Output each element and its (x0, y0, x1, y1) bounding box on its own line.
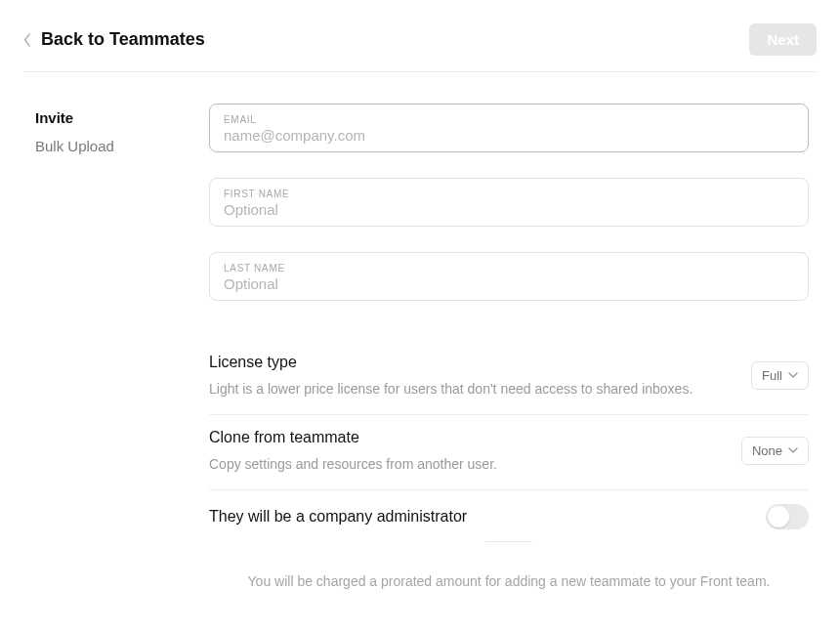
sidebar-item-label: Bulk Upload (35, 138, 114, 154)
header-divider (23, 71, 817, 72)
license-type-value: Full (762, 368, 782, 383)
clone-teammate-desc: Copy settings and resources from another… (209, 456, 722, 472)
company-admin-section: They will be a company administrator (209, 490, 809, 535)
license-type-desc: Light is a lower price license for users… (209, 381, 732, 397)
sidebar: Invite Bulk Upload (23, 104, 209, 589)
first-name-field-wrapper: FIRST NAME (209, 178, 809, 227)
first-name-input[interactable] (224, 201, 794, 218)
license-type-section: License type Light is a lower price lice… (209, 340, 809, 415)
sidebar-item-label: Invite (35, 109, 73, 126)
license-type-select[interactable]: Full (751, 361, 809, 390)
company-admin-toggle[interactable] (766, 504, 809, 529)
chevron-down-icon (788, 447, 798, 453)
clone-teammate-section: Clone from teammate Copy settings and re… (209, 415, 809, 490)
last-name-label: LAST NAME (224, 263, 794, 273)
last-name-field-wrapper: LAST NAME (209, 252, 809, 301)
sidebar-item-bulk-upload[interactable]: Bulk Upload (35, 132, 209, 160)
chevron-down-icon (788, 372, 798, 378)
main-panel: EMAIL FIRST NAME LAST NAME License type … (209, 104, 817, 589)
back-to-teammates-link[interactable]: Back to Teammates (23, 29, 205, 50)
email-input[interactable] (224, 127, 794, 144)
back-label: Back to Teammates (41, 29, 205, 50)
next-button[interactable]: Next (749, 23, 817, 56)
email-field-wrapper: EMAIL (209, 104, 809, 152)
billing-note: You will be charged a prorated amount fo… (209, 556, 809, 589)
company-admin-title: They will be a company administrator (209, 508, 746, 526)
email-label: EMAIL (224, 114, 794, 125)
clone-teammate-title: Clone from teammate (209, 429, 722, 446)
clone-teammate-value: None (752, 443, 782, 458)
chevron-left-icon (23, 33, 31, 47)
last-name-input[interactable] (224, 275, 794, 292)
first-name-label: FIRST NAME (224, 189, 794, 199)
license-type-title: License type (209, 354, 732, 371)
footer-separator (485, 541, 532, 542)
toggle-knob (768, 506, 789, 527)
clone-teammate-select[interactable]: None (741, 437, 809, 465)
sidebar-item-invite[interactable]: Invite (35, 104, 209, 132)
